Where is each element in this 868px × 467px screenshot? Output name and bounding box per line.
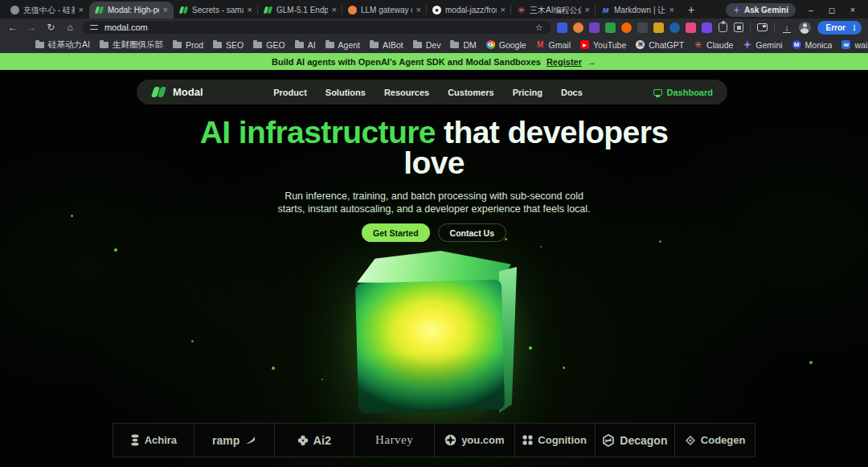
chatgpt-icon: ⌘ (636, 40, 645, 49)
monitor-icon (653, 89, 662, 96)
tab-strip: 充值中心 - 硅基API × Modal: High-perform × Sec… (0, 0, 868, 18)
achira-icon (130, 434, 140, 446)
menu-dots-icon[interactable]: ⋮ (850, 23, 858, 32)
modal-brand[interactable]: Modal (151, 86, 203, 98)
particle (529, 346, 532, 350)
tab-close-icon[interactable]: × (332, 6, 337, 14)
extension-icon[interactable] (686, 23, 696, 33)
bookmark-gmail[interactable]: MGmail (536, 40, 571, 50)
tab-markdown[interactable]: M Markdown | 让排版变 × (596, 2, 680, 18)
modal-favicon (264, 6, 272, 14)
logo-ramp[interactable]: ramp (194, 424, 274, 457)
tab-github-repo[interactable]: ● modal-jazz/frontend × (427, 2, 511, 18)
close-button[interactable]: × (842, 2, 863, 17)
folder-icon (173, 42, 182, 48)
tab-sanmu-cover[interactable]: ✳ 三木AI编程公众号封面 × (511, 2, 596, 18)
new-tab-button[interactable]: + (683, 2, 699, 18)
bookmark-claude[interactable]: ✳Claude (694, 40, 733, 50)
youtube-icon: ▶ (580, 40, 589, 49)
bookmark-folder[interactable]: GEO (253, 40, 285, 50)
extension-icon[interactable] (573, 23, 583, 33)
site-navbar: Modal Product Solutions Resources Custom… (137, 80, 727, 104)
logo-ai2[interactable]: Ai2 (274, 424, 354, 457)
cognition-icon (522, 435, 533, 445)
tab-close-icon[interactable]: × (585, 6, 590, 14)
extension-icon[interactable] (637, 23, 648, 33)
bookmark-chatgpt[interactable]: ⌘ChatGPT (636, 40, 684, 50)
reload-icon[interactable]: ↻ (44, 22, 57, 33)
bookmark-folder[interactable]: AI (295, 40, 316, 50)
bookmark-folder[interactable]: SEO (213, 40, 244, 50)
customer-logo-bar: Achira ramp Ai2 Harvey you.com Cognition… (113, 423, 755, 457)
extension-icon[interactable] (653, 23, 664, 33)
logo-youcom[interactable]: you.com (434, 424, 514, 457)
bookmark-folder[interactable]: 生财圈俱乐部 (100, 39, 163, 51)
home-icon[interactable]: ⌂ (63, 22, 76, 33)
bookmark-folder[interactable]: AIBot (370, 40, 403, 50)
bookmark-folder[interactable]: Dev (413, 40, 441, 50)
bookmark-folder[interactable]: Prod (173, 40, 203, 50)
bookmark-monica[interactable]: MMonica (792, 40, 833, 50)
back-icon[interactable]: ← (6, 22, 19, 33)
logo-codegen[interactable]: Codegen (674, 424, 755, 457)
ask-gemini-button[interactable]: Ask Gemini (726, 3, 796, 17)
forward-icon[interactable]: → (26, 22, 39, 33)
extensions-menu-icon[interactable] (734, 23, 743, 32)
gmail-icon: M (536, 40, 545, 49)
modal-homepage: Build AI agents with OpenAI's Agent SDK … (0, 53, 868, 467)
tab-llm-gateway[interactable]: LLM gateway config × (342, 2, 427, 18)
extension-icon[interactable] (669, 23, 680, 33)
tab-search-icon[interactable] (757, 23, 768, 31)
hero-subtitle: Run inference, training, and batch proce… (273, 190, 595, 215)
particle (114, 248, 117, 252)
bookmark-folder[interactable]: Agent (326, 40, 360, 50)
error-button[interactable]: Error ⋮ (817, 21, 862, 35)
tab-close-icon[interactable]: × (248, 6, 252, 14)
logo-harvey[interactable]: Harvey (354, 424, 434, 457)
bookmark-star-icon[interactable]: ☆ (535, 23, 543, 33)
extensions-puzzle-icon[interactable] (719, 23, 728, 32)
nav-pricing[interactable]: Pricing (513, 88, 542, 97)
folder-icon (326, 42, 334, 48)
profile-avatar[interactable] (799, 22, 811, 34)
address-bar[interactable]: modal.com ☆ (83, 21, 551, 34)
site-settings-icon[interactable] (90, 24, 98, 31)
restore-button[interactable]: ◻ (821, 2, 842, 17)
extension-icon[interactable] (557, 23, 567, 33)
url-text[interactable]: modal.com (104, 23, 148, 32)
tab-close-icon[interactable]: × (416, 6, 421, 14)
tab-modal-home[interactable]: Modal: High-perform × (89, 2, 174, 18)
tab-close-icon[interactable]: × (79, 6, 84, 14)
bookmarks-bar: 硅基动力AI 生财圈俱乐部 Prod SEO GEO AI Agent AIBo… (0, 36, 868, 53)
bookmark-waimao[interactable]: wwaimao (841, 40, 868, 50)
bookmark-folder[interactable]: 硅基动力AI (35, 39, 90, 51)
downloads-icon[interactable]: ↓ (781, 23, 792, 32)
tab-close-icon[interactable]: × (669, 6, 674, 14)
google-icon: G (486, 40, 495, 49)
logo-decagon[interactable]: Decagon (595, 424, 675, 457)
tab-close-icon[interactable]: × (163, 6, 168, 14)
logo-cognition[interactable]: Cognition (514, 424, 595, 457)
tab-recharge-center[interactable]: 充值中心 - 硅基API × (5, 2, 89, 18)
logo-achira[interactable]: Achira (113, 424, 194, 457)
extension-icon[interactable] (702, 23, 712, 33)
tab-close-icon[interactable]: × (501, 6, 506, 14)
tab-glm-endpoint[interactable]: GLM-5.1 Endpoint × (258, 2, 342, 18)
bookmark-folder[interactable]: DM (450, 40, 476, 50)
nav-customers[interactable]: Customers (448, 88, 493, 97)
modal-favicon (95, 6, 104, 14)
tab-secrets[interactable]: Secrets - samainiche × (174, 2, 258, 18)
dashboard-link[interactable]: Dashboard (653, 88, 713, 97)
nav-product[interactable]: Product (273, 88, 307, 97)
nav-resources[interactable]: Resources (384, 88, 429, 97)
register-link[interactable]: Register (547, 57, 582, 67)
extension-icon[interactable] (589, 23, 600, 33)
extension-icon[interactable] (605, 23, 616, 33)
minimize-button[interactable]: – (800, 2, 821, 17)
bookmark-google[interactable]: GGoogle (486, 40, 526, 50)
nav-solutions[interactable]: Solutions (326, 88, 366, 97)
nav-docs[interactable]: Docs (561, 88, 583, 97)
bookmark-youtube[interactable]: ▶YouTube (580, 40, 626, 50)
extension-icon[interactable] (621, 23, 632, 33)
bookmark-gemini[interactable]: Gemini (743, 40, 782, 50)
